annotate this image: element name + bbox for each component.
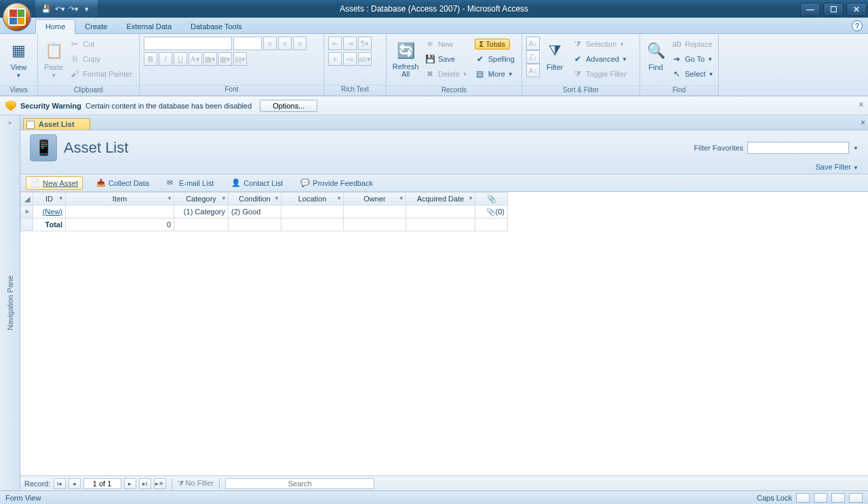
chevron-down-icon[interactable]: ▼ — [58, 195, 64, 201]
column-header-acquired-date[interactable]: Acquired Date▼ — [406, 193, 475, 206]
more-button[interactable]: ▤More▼ — [472, 66, 517, 81]
chevron-down-icon[interactable]: ▼ — [399, 195, 404, 201]
record-counter-input[interactable] — [83, 478, 121, 489]
contact-list-button[interactable]: 👤Contact List — [227, 177, 287, 189]
toggle-filter-button[interactable]: ⧩Toggle Filter — [570, 66, 630, 81]
email-list-button[interactable]: ✉E-mail List — [163, 177, 218, 189]
record-search-input[interactable] — [225, 478, 374, 489]
fill-color-button[interactable]: ▦▾ — [203, 52, 217, 66]
cell-category[interactable]: (1) Category — [174, 206, 229, 218]
redo-icon[interactable]: ↷▾ — [68, 3, 79, 14]
replace-button[interactable]: abReplace — [669, 37, 717, 52]
prev-record-button[interactable]: ◂ — [68, 478, 81, 489]
new-record-nav-button[interactable]: ▸✳ — [154, 478, 166, 489]
sort-asc-button[interactable]: A↓ — [526, 37, 540, 50]
font-color-button[interactable]: A▾ — [189, 52, 202, 66]
minimize-button[interactable]: — — [800, 3, 821, 16]
ltr-button[interactable]: ¶▾ — [358, 37, 372, 50]
copy-button[interactable]: ⎘Copy — [66, 52, 135, 66]
spelling-button[interactable]: ✔Spelling — [472, 52, 517, 66]
row-selector-new[interactable]: ✶ — [21, 206, 33, 218]
save-icon[interactable]: 💾 — [41, 3, 52, 14]
document-tab-asset-list[interactable]: Asset List — [23, 118, 90, 130]
office-button[interactable] — [3, 3, 31, 31]
font-size-combo[interactable] — [233, 37, 262, 50]
form-view-button[interactable] — [796, 493, 810, 503]
provide-feedback-button[interactable]: 💬Provide Feedback — [296, 177, 377, 189]
increase-indent-button[interactable]: ⇥ — [343, 37, 357, 50]
clear-sort-button[interactable]: A↕ — [526, 64, 540, 77]
tab-database-tools[interactable]: Database Tools — [181, 20, 252, 33]
help-icon[interactable]: ? — [852, 20, 863, 31]
underline-button[interactable]: U — [174, 52, 187, 66]
totals-button[interactable]: Σ Totals — [472, 37, 517, 52]
numbering-button[interactable]: ≡ — [328, 52, 342, 66]
format-painter-button[interactable]: 🖌Format Painter — [66, 66, 135, 81]
tab-external-data[interactable]: External Data — [117, 20, 181, 33]
cell-owner[interactable] — [344, 206, 406, 218]
align-right-button[interactable]: ≡ — [293, 37, 307, 50]
select-button[interactable]: ↖Select▼ — [669, 66, 717, 81]
column-header-item[interactable]: Item▼ — [66, 193, 174, 206]
save-filter-link[interactable]: Save Filter — [815, 163, 851, 171]
align-center-button[interactable]: ≡ — [278, 37, 292, 50]
chevron-down-icon[interactable]: ▼ — [853, 145, 859, 151]
navpane-expand-icon[interactable]: » — [4, 119, 16, 129]
save-record-button[interactable]: 💾Save — [422, 52, 471, 66]
chevron-down-icon[interactable]: ▼ — [221, 195, 226, 201]
last-record-button[interactable]: ▸I — [139, 478, 151, 489]
security-options-button[interactable]: Options... — [260, 100, 317, 112]
highlight-button[interactable]: ab▾ — [358, 52, 372, 66]
column-header-attachment[interactable]: 📎 — [475, 193, 508, 206]
bold-button[interactable]: B — [144, 52, 157, 66]
goto-button[interactable]: ➔Go To▼ — [669, 52, 717, 66]
next-record-button[interactable]: ▸ — [124, 478, 136, 489]
new-asset-button[interactable]: 📄New Asset — [26, 176, 83, 190]
filter-button[interactable]: ⧩ Filter — [541, 37, 568, 83]
select-all-corner[interactable]: ◢ — [21, 193, 33, 206]
tab-create[interactable]: Create — [75, 20, 117, 33]
save-filter-dropdown-icon[interactable]: ▼ — [853, 165, 859, 171]
security-close-button[interactable]: × — [859, 99, 864, 110]
layout-view-button[interactable] — [831, 493, 845, 503]
column-header-location[interactable]: Location▼ — [281, 193, 344, 206]
view-button[interactable]: ▦ View ▼ — [4, 37, 33, 83]
design-view-button[interactable] — [849, 493, 863, 503]
selection-button[interactable]: ⧩Selection▼ — [570, 37, 630, 52]
advanced-button[interactable]: ✔Advanced▼ — [570, 52, 630, 66]
cell-condition[interactable]: (2) Good — [229, 206, 281, 218]
column-header-owner[interactable]: Owner▼ — [344, 193, 406, 206]
column-header-id[interactable]: ID▼ — [33, 193, 66, 206]
navigation-pane[interactable]: » Navigation Pane — [0, 115, 20, 490]
close-button[interactable]: ✕ — [846, 3, 867, 16]
maximize-button[interactable]: ☐ — [823, 3, 844, 16]
paste-button[interactable]: 📋 Paste ▼ — [42, 37, 65, 83]
new-id-link[interactable]: (New) — [43, 208, 62, 216]
datasheet-view-button[interactable] — [814, 493, 827, 503]
align-left-button[interactable]: ≡ — [263, 37, 277, 50]
chevron-down-icon[interactable]: ▼ — [167, 195, 172, 201]
italic-button[interactable]: I — [159, 52, 172, 66]
datasheet[interactable]: ◢ ID▼ Item▼ Category▼ Condition▼ Locatio… — [20, 192, 868, 476]
first-record-button[interactable]: I◂ — [54, 478, 66, 489]
chevron-down-icon[interactable]: ▼ — [468, 195, 473, 201]
cell-location[interactable] — [281, 206, 344, 218]
cell-item[interactable] — [66, 206, 174, 218]
font-name-combo[interactable] — [144, 37, 232, 50]
new-record-button[interactable]: ✳New — [422, 37, 471, 52]
gridlines-button[interactable]: ▦▾ — [218, 52, 232, 66]
bullets-button[interactable]: •≡ — [343, 52, 357, 66]
qat-customize-icon[interactable]: ▾ — [81, 3, 92, 14]
cut-button[interactable]: ✂Cut — [66, 37, 135, 52]
undo-icon[interactable]: ↶▾ — [54, 3, 65, 14]
decrease-indent-button[interactable]: ⇤ — [328, 37, 342, 50]
table-row-new[interactable]: ✶ (New) (1) Category (2) Good 📎(0) — [21, 206, 508, 218]
refresh-all-button[interactable]: 🔄 Refresh All — [391, 37, 420, 83]
collect-data-button[interactable]: 📥Collect Data — [92, 177, 153, 189]
document-tab-close-button[interactable]: × — [861, 118, 865, 128]
delete-record-button[interactable]: ✖Delete▼ — [422, 66, 471, 81]
sort-desc-button[interactable]: Z↓ — [526, 50, 540, 64]
chevron-down-icon[interactable]: ▼ — [274, 195, 279, 201]
tab-home[interactable]: Home — [35, 19, 75, 34]
find-button[interactable]: 🔍 Find — [644, 37, 667, 83]
